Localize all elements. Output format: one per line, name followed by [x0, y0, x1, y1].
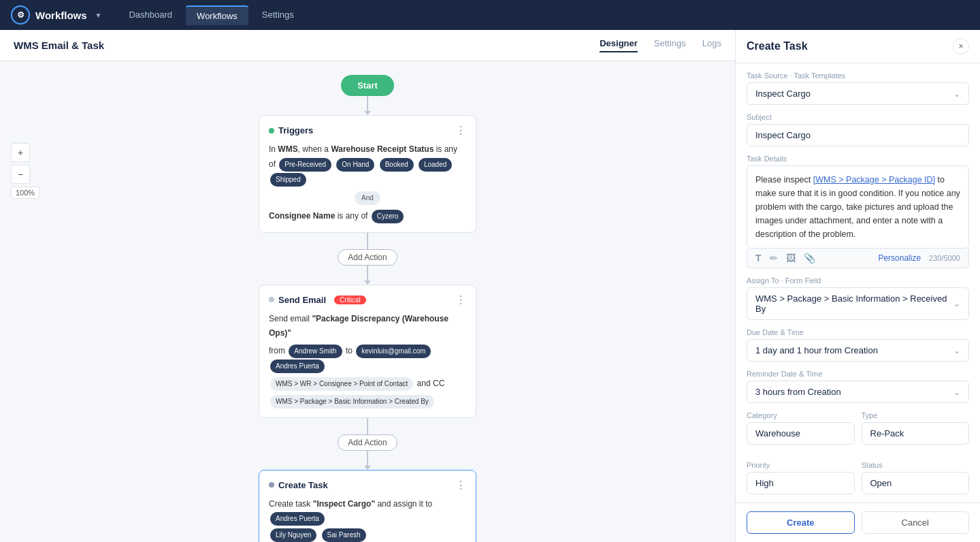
send-email-card[interactable]: Send Email Critical ⋮ Send email "Packag… — [259, 285, 476, 418]
subject-label: Subject — [747, 113, 969, 121]
triggers-card[interactable]: Triggers ⋮ In WMS, when a Warehouse Rece… — [259, 115, 476, 233]
canvas: Start Triggers ⋮ In WMS, — [0, 61, 735, 542]
connector — [367, 451, 368, 467]
panel-header: Create Task × — [736, 30, 980, 63]
reminder-dropdown[interactable]: 3 hours from Creation ⌄ — [747, 381, 969, 403]
task-source-value: Inspect Cargo — [755, 89, 811, 99]
send-email-menu-icon[interactable]: ⋮ — [455, 293, 466, 306]
zoom-in-button[interactable]: + — [11, 143, 30, 162]
right-panel: Create Task × Task Source · Task Templat… — [735, 30, 980, 542]
task-source-field: Task Source · Task Templates Inspect Car… — [747, 71, 969, 105]
type-text: Re-Pack — [870, 428, 904, 439]
create-task-body: Create task "Inspect Cargo" and assign i… — [269, 497, 466, 542]
app-dropdown-icon: ▼ — [95, 12, 102, 19]
nav-tab-dashboard[interactable]: Dashboard — [118, 5, 183, 25]
assign-to-field: Assign To · Form Field WMS > Package > B… — [747, 276, 969, 320]
card-header: Triggers ⋮ — [269, 124, 466, 137]
priority-field: Priority High — [747, 461, 855, 494]
and-divider: And — [355, 191, 380, 205]
priority-text: High — [755, 478, 774, 488]
connector-arrow — [364, 281, 371, 285]
consignee-text: Consignee Name is any of — [269, 211, 370, 221]
workflow-title: WMS Email & Task — [14, 39, 104, 51]
badge-cyzero: Cyzero — [372, 210, 404, 223]
panel-close-button[interactable]: × — [953, 38, 969, 54]
assign-to-dropdown[interactable]: WMS > Package > Basic Information > Rece… — [747, 287, 969, 320]
create-task-card[interactable]: Create Task ⋮ Create task "Inspect Cargo… — [259, 470, 476, 542]
create-task-menu-icon[interactable]: ⋮ — [455, 479, 466, 492]
tab-settings[interactable]: Settings — [654, 38, 686, 52]
nav-tab-settings[interactable]: Settings — [251, 5, 305, 25]
due-date-dropdown-icon: ⌄ — [953, 346, 960, 355]
subject-value-box[interactable]: Inspect Cargo — [747, 124, 969, 146]
connector — [367, 418, 368, 434]
app-name: Workflows — [35, 10, 87, 21]
status-field: Status Open — [862, 461, 970, 494]
card-header: Send Email Critical ⋮ — [269, 293, 466, 306]
zoom-out-button[interactable]: − — [11, 165, 30, 184]
task-details-link[interactable]: [WMS > Package > Package ID] — [813, 175, 935, 185]
triggers-dot — [269, 128, 274, 133]
type-field: Type Re-Pack — [862, 411, 970, 445]
task-source-dropdown[interactable]: Inspect Cargo ⌄ — [747, 82, 969, 105]
triggers-menu-icon[interactable]: ⋮ — [455, 124, 466, 137]
assign-to-label: Assign To · Form Field — [747, 276, 969, 285]
text-bold-icon[interactable]: T — [755, 253, 762, 264]
nav-tabs: Dashboard Workflows Settings — [118, 5, 969, 25]
category-label: Category — [747, 411, 855, 419]
personalize-button[interactable]: Personalize — [878, 253, 921, 263]
badge-andres-puerta: Andres Puerta — [270, 512, 325, 526]
status-text: Open — [870, 478, 892, 488]
task-details-text1: Please inspect — [755, 175, 813, 185]
task-details-toolbar: T ✏ 🖼 📎 Personalize 230/5000 — [747, 249, 969, 268]
reminder-label: Reminder Date & Time — [747, 370, 969, 378]
start-node[interactable]: Start — [341, 75, 394, 96]
logo-icon: ⚙ — [11, 5, 30, 25]
task-details-box[interactable]: Please inspect [WMS > Package > Package … — [747, 165, 969, 249]
nav-tab-workflows[interactable]: Workflows — [186, 5, 248, 25]
task-details-field: Task Details Please inspect [WMS > Packa… — [747, 155, 969, 268]
app-logo[interactable]: ⚙ Workflows ▼ — [11, 5, 101, 25]
subject-value: Inspect Cargo — [755, 130, 811, 140]
panel-footer: Create Cancel — [736, 503, 980, 542]
badge-shipped: Shipped — [270, 173, 306, 187]
pen-icon[interactable]: ✏ — [770, 253, 778, 264]
add-action-button-2[interactable]: Add Action — [338, 434, 397, 451]
image-icon[interactable]: 🖼 — [786, 253, 796, 264]
send-email-dot — [269, 297, 274, 302]
cc-label: and CC — [417, 379, 445, 388]
badge-booked: Booked — [380, 158, 414, 172]
priority-value[interactable]: High — [747, 472, 855, 494]
category-type-row: Category Warehouse Type Re-Pack — [747, 411, 969, 453]
due-date-label: Due Date & Time — [747, 328, 969, 336]
add-action-button-1[interactable]: Add Action — [338, 249, 397, 266]
badge-wms-wr: WMS > WR > Consignee > Point of Contact — [270, 377, 413, 391]
panel-cancel-button[interactable]: Cancel — [862, 511, 970, 534]
status-value[interactable]: Open — [862, 472, 970, 494]
tab-logs[interactable]: Logs — [702, 38, 721, 52]
create-button[interactable]: Create — [747, 511, 855, 534]
card-title-row: Create Task — [269, 480, 328, 490]
triggers-title: Triggers — [278, 125, 313, 136]
reminder-field: Reminder Date & Time 3 hours from Creati… — [747, 370, 969, 403]
due-date-dropdown[interactable]: 1 day and 1 hour from Creation ⌄ — [747, 339, 969, 362]
due-date-value: 1 day and 1 hour from Creation — [755, 345, 878, 355]
create-task-dot — [269, 482, 274, 488]
connector-arrow — [364, 466, 371, 470]
badge-sai: Sai Paresh — [322, 528, 366, 542]
attachment-icon[interactable]: 📎 — [804, 253, 815, 264]
badge-loaded: Loaded — [419, 158, 452, 172]
type-value[interactable]: Re-Pack — [862, 422, 970, 445]
badge-pre-received: Pre-Received — [279, 158, 331, 172]
status-label: Status — [862, 461, 970, 469]
badge-kevinluis: kevinluis@gmail.com — [356, 345, 431, 358]
badge-andres: Andres Puerta — [270, 360, 325, 373]
task-source-dropdown-icon: ⌄ — [953, 89, 960, 99]
assign-to-value: WMS > Package > Basic Information > Rece… — [755, 293, 953, 314]
designer-tabs: Designer Settings Logs — [600, 38, 721, 52]
tab-designer[interactable]: Designer — [600, 38, 638, 52]
critical-badge: Critical — [334, 296, 366, 304]
zoom-level: 100% — [11, 187, 39, 199]
priority-label: Priority — [747, 461, 855, 469]
category-value[interactable]: Warehouse — [747, 422, 855, 445]
